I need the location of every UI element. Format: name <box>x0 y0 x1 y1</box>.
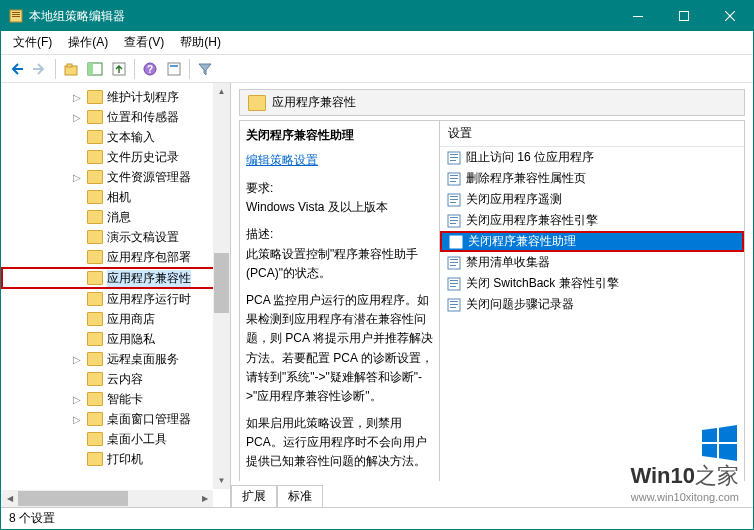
svg-rect-42 <box>450 286 456 287</box>
svg-rect-13 <box>168 63 180 75</box>
maximize-button[interactable] <box>661 1 707 31</box>
expand-icon[interactable]: ▷ <box>73 394 85 405</box>
toolbar: ? <box>1 55 753 83</box>
menu-help[interactable]: 帮助(H) <box>172 32 229 53</box>
tree-item[interactable]: ▷位置和传感器 <box>1 107 231 127</box>
list-item[interactable]: 禁用清单收集器 <box>440 252 744 273</box>
tree-item[interactable]: 应用程序兼容性 <box>1 267 231 289</box>
tree-item-label: 消息 <box>107 209 131 226</box>
list-item[interactable]: 删除程序兼容性属性页 <box>440 168 744 189</box>
list-item[interactable]: 关闭程序兼容性助理 <box>440 231 744 252</box>
tree-item[interactable]: 打印机 <box>1 449 231 469</box>
details-header-title: 应用程序兼容性 <box>272 94 356 111</box>
requirement-label: 要求: <box>246 181 273 195</box>
policy-icon <box>446 192 462 208</box>
list-item[interactable]: 关闭 SwitchBack 兼容性引擎 <box>440 273 744 294</box>
tree-scrollbar-vertical[interactable]: ▲ ▼ <box>213 83 230 489</box>
scroll-left-arrow[interactable]: ◀ <box>1 490 18 507</box>
up-button[interactable] <box>60 58 82 80</box>
folder-icon <box>87 432 103 446</box>
scroll-thumb[interactable] <box>214 253 229 313</box>
tree-item-label: 文本输入 <box>107 129 155 146</box>
tree-pane[interactable]: ▷维护计划程序▷位置和传感器文本输入文件历史记录▷文件资源管理器相机消息演示文稿… <box>1 83 231 507</box>
properties-button[interactable] <box>163 58 185 80</box>
nav-back-button[interactable] <box>5 58 27 80</box>
policy-icon <box>446 297 462 313</box>
tree-item[interactable]: 应用程序包部署 <box>1 247 231 267</box>
settings-column-header[interactable]: 设置 <box>440 121 744 147</box>
tab-extended[interactable]: 扩展 <box>231 485 277 507</box>
tree-item[interactable]: 相机 <box>1 187 231 207</box>
tree-scrollbar-horizontal[interactable]: ◀ ▶ <box>1 490 213 507</box>
expand-icon[interactable]: ▷ <box>73 354 85 365</box>
tree-item-label: 相机 <box>107 189 131 206</box>
tree-item-label: 桌面小工具 <box>107 431 167 448</box>
svg-rect-18 <box>450 160 456 161</box>
list-item[interactable]: 关闭问题步骤记录器 <box>440 294 744 315</box>
content-area: ▷维护计划程序▷位置和传感器文本输入文件历史记录▷文件资源管理器相机消息演示文稿… <box>1 83 753 507</box>
tree-item[interactable]: 文本输入 <box>1 127 231 147</box>
show-hide-tree-button[interactable] <box>84 58 106 80</box>
tree-item[interactable]: 应用隐私 <box>1 329 231 349</box>
list-item-label: 关闭问题步骤记录器 <box>466 296 574 313</box>
nav-forward-button[interactable] <box>29 58 51 80</box>
list-item[interactable]: 阻止访问 16 位应用程序 <box>440 147 744 168</box>
svg-rect-37 <box>450 262 458 263</box>
svg-rect-30 <box>450 223 456 224</box>
scroll-right-arrow[interactable]: ▶ <box>196 490 213 507</box>
list-item[interactable]: 关闭应用程序兼容性引擎 <box>440 210 744 231</box>
tree-item[interactable]: 消息 <box>1 207 231 227</box>
svg-rect-1 <box>12 12 20 13</box>
details-header: 应用程序兼容性 <box>239 89 745 116</box>
filter-button[interactable] <box>194 58 216 80</box>
scroll-down-arrow[interactable]: ▼ <box>213 472 230 489</box>
view-tabs: 扩展 标准 <box>231 485 753 507</box>
tab-standard[interactable]: 标准 <box>277 485 323 507</box>
tree-item[interactable]: 应用程序运行时 <box>1 289 231 309</box>
close-button[interactable] <box>707 1 753 31</box>
tree-item[interactable]: 应用商店 <box>1 309 231 329</box>
expand-icon[interactable]: ▷ <box>73 92 85 103</box>
expand-icon[interactable]: ▷ <box>73 112 85 123</box>
tree-item[interactable]: ▷智能卡 <box>1 389 231 409</box>
svg-rect-26 <box>450 202 456 203</box>
svg-rect-3 <box>12 16 20 17</box>
tree-item[interactable]: 文件历史记录 <box>1 147 231 167</box>
tree-item-label: 文件资源管理器 <box>107 169 191 186</box>
tree-item[interactable]: ▷文件资源管理器 <box>1 167 231 187</box>
export-list-button[interactable] <box>108 58 130 80</box>
folder-icon <box>87 332 103 346</box>
svg-rect-17 <box>450 157 458 158</box>
list-item[interactable]: 关闭应用程序遥测 <box>440 189 744 210</box>
details-pane: 应用程序兼容性 关闭程序兼容性助理 编辑策略设置 要求:Windows Vist… <box>231 83 753 507</box>
policy-icon <box>446 150 462 166</box>
list-item-label: 阻止访问 16 位应用程序 <box>466 149 594 166</box>
folder-icon <box>87 190 103 204</box>
tree-item[interactable]: 云内容 <box>1 369 231 389</box>
tree-item-label: 智能卡 <box>107 391 143 408</box>
svg-rect-34 <box>452 244 458 245</box>
tree-item[interactable]: ▷远程桌面服务 <box>1 349 231 369</box>
folder-icon <box>87 372 103 386</box>
edit-policy-link[interactable]: 编辑策略设置 <box>246 152 318 169</box>
toolbar-separator <box>189 59 190 79</box>
tree-item[interactable]: ▷桌面窗口管理器 <box>1 409 231 429</box>
tree-item-label: 远程桌面服务 <box>107 351 179 368</box>
tree-item[interactable]: 演示文稿设置 <box>1 227 231 247</box>
scroll-up-arrow[interactable]: ▲ <box>213 83 230 100</box>
minimize-button[interactable] <box>615 1 661 31</box>
tree-item[interactable]: ▷维护计划程序 <box>1 87 231 107</box>
menu-view[interactable]: 查看(V) <box>116 32 172 53</box>
expand-icon[interactable]: ▷ <box>73 172 85 183</box>
tree-item[interactable]: 桌面小工具 <box>1 429 231 449</box>
folder-icon <box>87 150 103 164</box>
menu-action[interactable]: 操作(A) <box>60 32 116 53</box>
list-item-label: 删除程序兼容性属性页 <box>466 170 586 187</box>
menu-file[interactable]: 文件(F) <box>5 32 60 53</box>
scroll-thumb[interactable] <box>18 491 128 506</box>
svg-rect-24 <box>450 196 458 197</box>
help-button[interactable]: ? <box>139 58 161 80</box>
policy-icon <box>446 255 462 271</box>
tree-item-label: 应用程序兼容性 <box>107 270 191 287</box>
expand-icon[interactable]: ▷ <box>73 414 85 425</box>
